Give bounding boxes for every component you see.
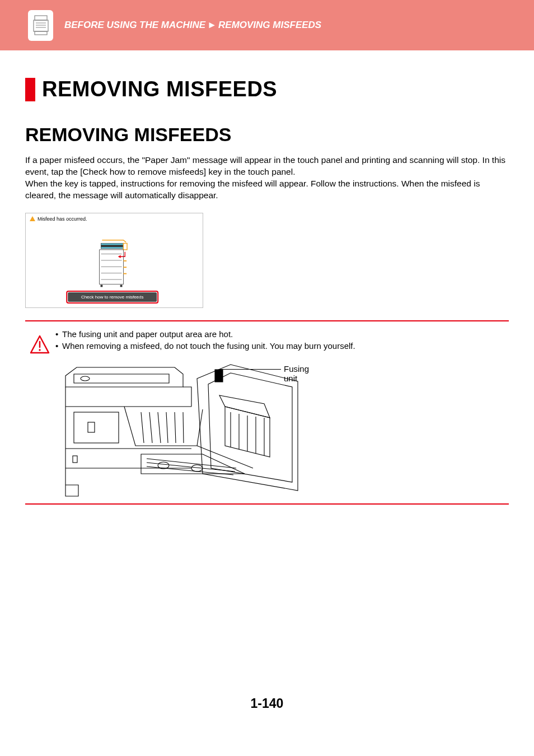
breadcrumb-part2: REMOVING MISFEEDS bbox=[218, 20, 321, 30]
panel-status-text: Misfeed has occurred. bbox=[38, 216, 87, 222]
svg-rect-15 bbox=[123, 267, 127, 268]
printer-header-icon bbox=[28, 10, 53, 41]
body-paragraph: If a paper misfeed occurs, the "Paper Ja… bbox=[25, 155, 509, 202]
svg-marker-9 bbox=[118, 255, 121, 258]
svg-rect-5 bbox=[35, 31, 47, 35]
warning-bullet-list: The fusing unit and paper output area ar… bbox=[55, 328, 509, 352]
svg-rect-19 bbox=[101, 284, 103, 287]
header-band: BEFORE USING THE MACHINE►REMOVING MISFEE… bbox=[0, 0, 534, 50]
warning-bullet: The fusing unit and paper output area ar… bbox=[55, 328, 509, 340]
breadcrumb-separator-icon: ► bbox=[207, 20, 217, 30]
svg-rect-17 bbox=[123, 273, 127, 274]
warning-content: The fusing unit and paper output area ar… bbox=[55, 328, 509, 499]
svg-rect-7 bbox=[101, 245, 123, 247]
svg-rect-13 bbox=[123, 260, 127, 262]
red-accent-bar bbox=[25, 78, 35, 101]
svg-rect-20 bbox=[120, 284, 123, 287]
panel-button-wrap: Check how to remove misfeeds bbox=[66, 291, 158, 304]
sub-title: REMOVING MISFEEDS bbox=[25, 124, 509, 146]
caution-triangle-icon bbox=[30, 335, 50, 355]
warning-triangle-icon bbox=[30, 216, 35, 221]
panel-printer-diagram bbox=[99, 238, 135, 291]
svg-rect-27 bbox=[73, 456, 77, 463]
svg-rect-25 bbox=[74, 412, 119, 443]
callout-line bbox=[219, 369, 281, 370]
svg-rect-26 bbox=[88, 422, 95, 432]
svg-rect-0 bbox=[35, 16, 47, 20]
panel-status-row: Misfeed has occurred. bbox=[26, 213, 203, 225]
machine-illustration bbox=[57, 356, 303, 499]
svg-point-29 bbox=[158, 462, 169, 469]
machine-figure: Fusing unit bbox=[57, 356, 303, 499]
svg-point-24 bbox=[81, 376, 90, 381]
printer-icon bbox=[33, 15, 49, 36]
page-number: 1-140 bbox=[0, 696, 534, 711]
svg-rect-28 bbox=[215, 370, 223, 382]
fusing-unit-label: Fusing unit bbox=[284, 364, 309, 383]
warning-section: The fusing unit and paper output area ar… bbox=[25, 320, 509, 505]
check-misfeeds-button[interactable]: Check how to remove misfeeds bbox=[68, 292, 157, 302]
page-content: REMOVING MISFEEDS REMOVING MISFEEDS If a… bbox=[0, 50, 534, 505]
main-title: REMOVING MISFEEDS bbox=[42, 77, 277, 101]
svg-rect-8 bbox=[123, 243, 127, 249]
svg-point-23 bbox=[39, 349, 40, 351]
svg-rect-1 bbox=[34, 20, 48, 31]
panel-button-highlight: Check how to remove misfeeds bbox=[66, 291, 158, 304]
warning-bullet: When removing a misfeed, do not touch th… bbox=[55, 340, 509, 352]
svg-rect-10 bbox=[100, 250, 124, 284]
breadcrumb-part1: BEFORE USING THE MACHINE bbox=[64, 20, 205, 30]
breadcrumb: BEFORE USING THE MACHINE►REMOVING MISFEE… bbox=[64, 20, 321, 31]
main-title-row: REMOVING MISFEEDS bbox=[25, 77, 509, 101]
touch-panel-figure: Misfeed has occurred. Check how to remov… bbox=[25, 213, 203, 308]
